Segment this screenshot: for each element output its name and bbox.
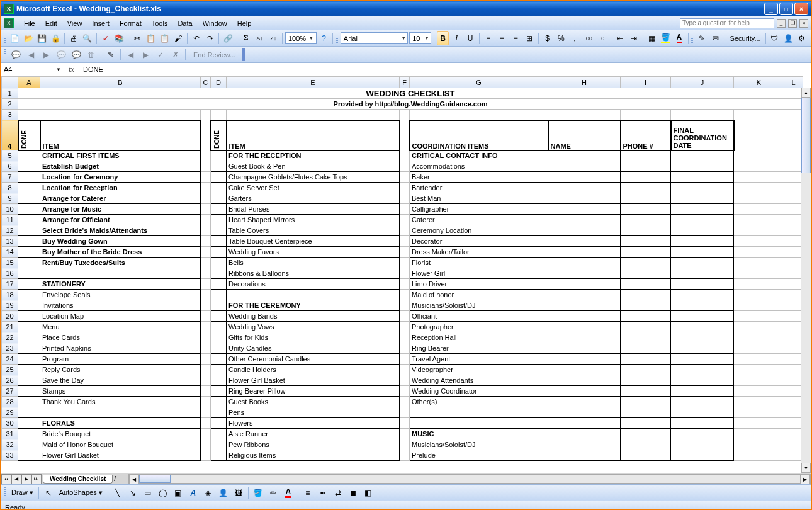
item-cell[interactable]: Aisle Runner [227, 429, 400, 439]
font-combo[interactable]: Arial▼ [341, 32, 408, 44]
item-cell[interactable]: Save the Day [40, 375, 201, 386]
coord-cell[interactable]: CRITICAL CONTACT INFO [410, 150, 548, 161]
row-header[interactable]: 32 [2, 439, 18, 450]
toolbar-grip-icon[interactable] [336, 33, 338, 44]
cell[interactable] [211, 110, 227, 120]
cell[interactable] [201, 418, 211, 429]
menu-insert[interactable]: Insert [87, 18, 115, 28]
coord-cell[interactable]: Best Man [410, 193, 548, 204]
coord-cell[interactable]: Bartender [410, 183, 548, 193]
paste-button[interactable]: 📋 [159, 31, 171, 45]
font-size-combo[interactable]: 10▼ [409, 32, 431, 44]
column-header[interactable]: K [734, 77, 784, 88]
item-cell[interactable]: Heart Shaped Mirrors [227, 215, 400, 225]
name-cell[interactable] [548, 236, 621, 247]
date-cell[interactable] [671, 236, 734, 247]
cell[interactable] [734, 247, 784, 258]
cell[interactable] [784, 110, 803, 120]
done-cell[interactable] [211, 161, 227, 172]
item-cell[interactable]: Program [40, 354, 201, 365]
cell[interactable] [734, 268, 784, 279]
cell[interactable] [784, 375, 803, 386]
phone-cell[interactable] [621, 397, 671, 407]
font-color-button[interactable]: A [673, 31, 685, 45]
name-cell[interactable] [548, 418, 621, 429]
item-cell[interactable]: Other Ceremonial Candles [227, 354, 400, 365]
done-cell[interactable] [18, 322, 40, 332]
accept-change-button[interactable]: ✓ [154, 48, 167, 62]
coord-cell[interactable]: Flower Girl [410, 268, 548, 279]
done-cell[interactable] [18, 354, 40, 365]
scroll-down-button[interactable]: ▼ [801, 463, 811, 473]
name-cell[interactable] [548, 386, 621, 397]
cell[interactable] [784, 311, 803, 322]
cell[interactable] [400, 225, 410, 236]
done-cell[interactable] [18, 429, 40, 439]
textbox-tool-button[interactable]: ▣ [171, 486, 185, 500]
date-cell[interactable] [671, 375, 734, 386]
name-cell[interactable] [548, 332, 621, 343]
item-cell[interactable]: Flowers [227, 418, 400, 429]
cell[interactable] [201, 365, 211, 375]
phone-cell[interactable] [621, 215, 671, 225]
header-coord[interactable]: COORDINATION ITEMS [410, 120, 548, 150]
cell[interactable] [734, 290, 784, 300]
reject-change-button[interactable]: ✗ [169, 48, 183, 62]
date-cell[interactable] [671, 268, 734, 279]
cell[interactable] [784, 365, 803, 375]
next-comment-button[interactable]: ▶ [39, 48, 53, 62]
date-cell[interactable] [671, 365, 734, 375]
done-cell[interactable] [211, 386, 227, 397]
done-cell[interactable] [211, 429, 227, 439]
maximize-button[interactable]: □ [779, 3, 793, 15]
coord-cell[interactable] [410, 407, 548, 418]
name-cell[interactable] [548, 225, 621, 236]
done-cell[interactable] [18, 215, 40, 225]
row-header[interactable]: 15 [2, 258, 18, 268]
name-cell[interactable] [548, 161, 621, 172]
cell[interactable] [784, 439, 803, 450]
row-header[interactable]: 3 [2, 110, 18, 120]
item-cell[interactable]: Stamps [40, 386, 201, 397]
coord-cell[interactable]: Caterer [410, 215, 548, 225]
item-cell[interactable]: Establish Budget [40, 161, 201, 172]
cell[interactable] [400, 204, 410, 215]
item-cell[interactable]: Table Covers [227, 225, 400, 236]
permissions-icon[interactable]: 👤 [782, 31, 794, 45]
scroll-thumb[interactable] [801, 98, 811, 173]
cell[interactable] [40, 110, 201, 120]
done-cell[interactable] [18, 161, 40, 172]
currency-button[interactable]: $ [541, 31, 554, 45]
print-button[interactable]: 🖨 [67, 31, 80, 45]
done-cell[interactable] [18, 258, 40, 268]
name-cell[interactable] [548, 429, 621, 439]
toolbar-grip-icon[interactable] [4, 49, 6, 60]
column-header[interactable]: G [410, 77, 548, 88]
font-color-draw-button[interactable]: A [281, 486, 295, 500]
show-all-comments-button[interactable]: 💬 [69, 48, 83, 62]
header-done1[interactable]: DONE [18, 120, 40, 150]
done-cell[interactable] [211, 343, 227, 354]
column-header[interactable]: D [211, 77, 227, 88]
column-header[interactable]: E [227, 77, 400, 88]
cell[interactable] [201, 150, 211, 161]
select-objects-button[interactable]: ↖ [42, 486, 55, 500]
new-button[interactable]: 📄 [9, 31, 21, 45]
done-cell[interactable] [211, 172, 227, 183]
security-button[interactable]: Security... [728, 35, 763, 42]
envelope-button[interactable]: ✉ [709, 31, 722, 45]
cell[interactable] [400, 429, 410, 439]
new-comment-button[interactable]: 💬 [9, 48, 23, 62]
horizontal-scrollbar[interactable]: ◀ ▶ [128, 474, 811, 484]
cell[interactable] [784, 172, 803, 183]
done-cell[interactable] [211, 332, 227, 343]
cell[interactable] [784, 418, 803, 429]
done-cell[interactable] [211, 258, 227, 268]
row-header[interactable]: 6 [2, 161, 18, 172]
item-cell[interactable]: STATIONERY [40, 279, 201, 290]
phone-cell[interactable] [621, 365, 671, 375]
item-cell[interactable]: FLORALS [40, 418, 201, 429]
rectangle-tool-button[interactable]: ▭ [141, 486, 155, 500]
item-cell[interactable]: Reply Cards [40, 365, 201, 375]
cell[interactable] [201, 204, 211, 215]
